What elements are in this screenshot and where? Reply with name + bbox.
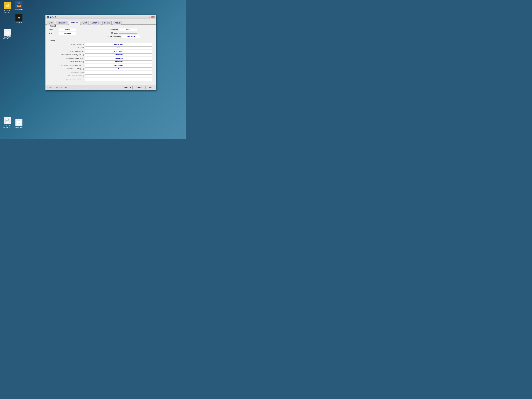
window-title: CPU-Z (50, 16, 56, 18)
christian-icon: 📁 (4, 2, 11, 9)
timing-label-7: Command Rate (CR) (49, 68, 84, 70)
size-value: 8 GBytes (59, 32, 76, 35)
factura-label: FACTURA SCADEN... (3, 36, 11, 40)
desktop-icon-donatie[interactable]: 📄 DONATIE IMOBILIA... (1, 117, 13, 129)
timing-row-4: RAS# Precharge (tRP) 18 clocks (49, 57, 152, 60)
desktop-icon-qbittorrent[interactable]: 📥 qBittorrent (13, 0, 25, 11)
timing-value-5: 39 clocks (85, 60, 152, 63)
cpuz-app-icon: ⚙ (47, 16, 49, 18)
timing-row-0: DRAM Frequency 1196.8 MHz (49, 43, 152, 46)
timing-value-6: 347 clocks (85, 64, 152, 67)
tab-bar: CPU | Mainboard Memory | SPD | Graphics … (45, 19, 156, 25)
channel-value: Dual (119, 28, 137, 31)
timing-value-9 (85, 74, 152, 77)
tools-button[interactable]: Tools (122, 86, 129, 89)
timing-label-4: RAS# Precharge (tRP) (49, 57, 84, 59)
tab-memory[interactable]: Memory (69, 20, 80, 25)
timing-label-10: Row To Column (tRCD) (49, 78, 84, 80)
timing-value-2: 16.0 clocks (85, 50, 152, 53)
tab-spd[interactable]: SPD (81, 21, 89, 25)
timings-section-label: Timings (49, 39, 56, 42)
tools-dropdown-button[interactable]: ▼ (129, 86, 133, 89)
desktop-icons: 📁 christian pictures 📥 qBittorrent ◆ Bin… (0, 0, 26, 42)
uncore-value: 1496.0 MHz (122, 35, 140, 38)
size-label: Size (49, 32, 58, 35)
footer-logo: CPU-Z (47, 86, 54, 89)
binance-label: Binance (16, 22, 22, 23)
tab-divider-5: | (112, 21, 113, 24)
montaj-icon: 📄 (15, 119, 22, 126)
validate-button[interactable]: Validate (134, 86, 144, 89)
timing-value-3: 18 clocks (85, 53, 152, 56)
dcmode-label: DC Mode (102, 32, 118, 34)
title-bar-left: ⚙ CPU-Z (47, 16, 56, 18)
cpuz-window: ⚙ CPU-Z — □ ✕ CPU | Mainboard Memory | S… (45, 15, 156, 90)
timing-row-10: Row To Column (tRCD) (49, 78, 152, 81)
donatie-icon: 📄 (4, 117, 11, 124)
general-right: Channel # Dual DC Mode Uncore Frequency … (102, 28, 152, 38)
desktop-icon-montaj[interactable]: 📄 montaj_etaj... (13, 118, 25, 129)
close-button[interactable]: Close (146, 86, 154, 89)
timing-value-7: 2T (85, 67, 152, 70)
qbittorrent-label: qBittorrent (15, 8, 23, 10)
content-area: General Type DDR4 Size 8 GBytes Channel … (45, 25, 156, 85)
binance-icon: ◆ (15, 14, 22, 21)
timings-section: Timings DRAM Frequency 1196.8 MHz FSB:DR… (47, 41, 154, 82)
desktop-icon-factura[interactable]: 📄 FACTURA SCADEN... (1, 28, 13, 40)
timing-row-3: RAS# to CAS# Delay (tRCD) 18 clocks (49, 53, 152, 56)
channel-label: Channel # (102, 29, 118, 31)
timing-label-8: DRAM Idle Timer (49, 71, 84, 73)
timing-row-8: DRAM Idle Timer (49, 71, 152, 74)
tools-group: Tools ▼ (122, 86, 133, 89)
close-window-button[interactable]: ✕ (151, 16, 155, 18)
timing-label-5: Cycle Time (tRAS) (49, 61, 84, 63)
tab-cpu[interactable]: CPU (47, 21, 54, 25)
tab-divider-2: | (80, 21, 81, 24)
timing-label-0: DRAM Frequency (49, 43, 84, 45)
timing-label-6: Row Refresh Cycle Time (tRFC) (49, 64, 84, 66)
maximize-button[interactable]: □ (148, 16, 151, 18)
timing-label-3: RAS# to CAS# Delay (tRCD) (49, 54, 84, 56)
timing-row-2: CAS# Latency (CL) 16.0 clocks (49, 50, 152, 53)
timing-row-6: Row Refresh Cycle Time (tRFC) 347 clocks (49, 64, 152, 67)
type-value: DDR4 (59, 28, 76, 31)
tab-graphics[interactable]: Graphics (90, 21, 101, 25)
dcmode-row: DC Mode (102, 32, 152, 34)
footer: CPU-Z Ver. 2.08.0.x64 Tools ▼ Validate C… (45, 85, 156, 90)
timing-value-0: 1196.8 MHz (85, 43, 152, 46)
minimize-button[interactable]: — (144, 16, 147, 18)
tab-about[interactable]: About (113, 21, 121, 25)
timing-row-9: Total CAS# (tRDRAM) (49, 74, 152, 77)
general-section: General Type DDR4 Size 8 GBytes Channel … (47, 26, 154, 39)
tab-bench[interactable]: Bench (102, 21, 112, 25)
timings-grid: DRAM Frequency 1196.8 MHz FSB:DRAM 3:36 … (49, 42, 152, 81)
general-section-label: General (49, 25, 56, 27)
desktop-icon-binance[interactable]: ◆ Binance (13, 13, 25, 24)
timing-label-9: Total CAS# (tRDRAM) (49, 75, 84, 77)
dcmode-value (119, 33, 137, 33)
uncore-row: Uncore Frequency 1496.0 MHz (102, 35, 152, 38)
timing-value-4: 18 clocks (85, 57, 152, 60)
montaj-label: montaj_etaj... (14, 127, 24, 128)
uncore-label: Uncore Frequency (102, 35, 121, 38)
timing-label-2: CAS# Latency (CL) (49, 50, 84, 52)
title-bar: ⚙ CPU-Z — □ ✕ (45, 15, 156, 19)
channel-row: Channel # Dual (102, 28, 152, 31)
christian-label: christian pictures (4, 10, 10, 13)
desktop-icon-christian[interactable]: 📁 christian pictures (1, 1, 13, 14)
tab-mainboard[interactable]: Mainboard (56, 21, 68, 25)
tab-divider-3: | (89, 21, 89, 24)
factura-icon: 📄 (4, 29, 11, 36)
timing-value-1: 3:36 (85, 46, 152, 49)
timing-value-10 (85, 78, 152, 81)
tab-divider-1: | (55, 21, 55, 24)
timing-value-8 (85, 71, 152, 74)
timing-row-5: Cycle Time (tRAS) 39 clocks (49, 60, 152, 63)
donatie-label: DONATIE IMOBILIA... (3, 125, 12, 128)
general-grid: Type DDR4 Size 8 GBytes Channel # Dual D… (49, 27, 152, 38)
timing-label-1: FSB:DRAM (49, 47, 84, 49)
general-left: Type DDR4 Size 8 GBytes (49, 28, 99, 38)
type-label: Type (49, 29, 58, 31)
qbittorrent-icon: 📥 (15, 1, 22, 8)
timing-row-1: FSB:DRAM 3:36 (49, 46, 152, 49)
